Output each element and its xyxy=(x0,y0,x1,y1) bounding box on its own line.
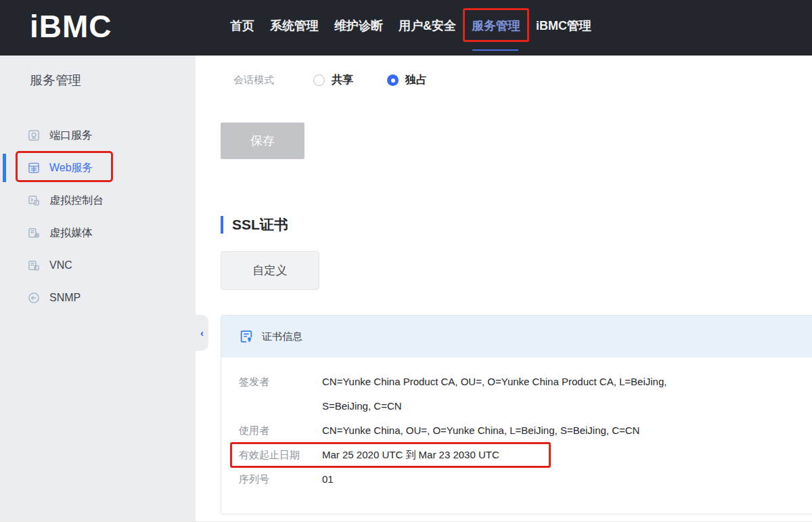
vnc-icon xyxy=(27,259,41,272)
certificate-info-panel: 证书信息 签发者 CN=Yunke China Product CA, OU=,… xyxy=(221,315,812,515)
cert-row-value: Mar 25 2020 UTC 到 Mar 23 2030 UTC xyxy=(322,443,499,467)
ibmc-logo: iBMC xyxy=(30,8,112,45)
session-mode-row: 会话模式 共享 独占 xyxy=(233,73,461,87)
radio-option-label: 独占 xyxy=(405,73,427,87)
session-mode-label: 会话模式 xyxy=(233,74,313,87)
nav-item-label: 服务管理 xyxy=(472,19,520,32)
certificate-panel-body: 签发者 CN=Yunke China Product CA, OU=, O=Yu… xyxy=(221,357,812,492)
sidebar-item-vnc[interactable]: VNC xyxy=(0,249,196,282)
top-bar: iBMC 首页 系统管理 维护诊断 用户&安全 服务管理 iBMC管理 xyxy=(0,0,812,56)
radio-unchecked-icon[interactable] xyxy=(313,74,325,86)
web-service-icon xyxy=(27,161,41,175)
cert-row-subject: 使用者 CN=Yunke China, OU=, O=Yunke China, … xyxy=(239,418,812,443)
cert-row-label: 使用者 xyxy=(239,418,322,443)
sidebar-item-label: 虚拟控制台 xyxy=(49,194,104,208)
radio-checked-icon[interactable] xyxy=(387,74,399,86)
main-content: 会话模式 共享 独占 保存 SSL证书 自定义 xyxy=(221,56,812,522)
sidebar-collapse-toggle[interactable]: ‹ xyxy=(196,315,208,351)
custom-certificate-button[interactable]: 自定义 xyxy=(221,251,319,290)
nav-item-user-security[interactable]: 用户&安全 xyxy=(399,18,456,34)
active-item-indicator xyxy=(3,154,6,182)
sidebar-item-label: SNMP xyxy=(49,292,81,304)
cert-row-serial-number: 序列号 01 xyxy=(239,467,812,492)
sidebar-item-label: 虚拟媒体 xyxy=(49,226,93,240)
ssl-section-header: SSL证书 xyxy=(221,215,288,234)
certificate-panel-title: 证书信息 xyxy=(262,330,302,343)
nav-item-system-management[interactable]: 系统管理 xyxy=(270,18,319,34)
radio-option-shared[interactable]: 共享 xyxy=(313,73,353,87)
ssl-section-title: SSL证书 xyxy=(232,215,288,234)
ibmc-web-ui: iBMC 首页 系统管理 维护诊断 用户&安全 服务管理 iBMC管理 服务管理 xyxy=(0,0,812,522)
sidebar-item-virtual-console[interactable]: 虚拟控制台 xyxy=(0,184,196,217)
certificate-icon xyxy=(239,329,254,344)
chevron-left-icon: ‹ xyxy=(200,328,204,338)
sidebar-item-label: 端口服务 xyxy=(49,129,93,143)
cert-row-label: 有效起止日期 xyxy=(239,443,322,467)
sidebar-item-web-service[interactable]: Web服务 xyxy=(0,152,196,184)
cert-row-label: 签发者 xyxy=(239,370,322,394)
nav-item-home[interactable]: 首页 xyxy=(230,18,254,34)
cert-row-value: CN=Yunke China, OU=, O=Yunke China, L=Be… xyxy=(322,418,639,443)
active-tab-underline xyxy=(472,49,518,51)
snmp-icon xyxy=(27,291,41,305)
nav-item-service-management[interactable]: 服务管理 xyxy=(472,18,520,34)
cert-row-validity: 有效起止日期 Mar 25 2020 UTC 到 Mar 23 2030 UTC xyxy=(239,443,812,467)
sidebar-item-label: VNC xyxy=(49,259,72,271)
section-accent-bar xyxy=(221,216,223,234)
radio-option-exclusive[interactable]: 独占 xyxy=(387,73,427,87)
cert-row-label: 序列号 xyxy=(239,467,322,492)
certificate-panel-header: 证书信息 xyxy=(221,316,812,357)
radio-option-label: 共享 xyxy=(332,73,353,87)
nav-item-maintenance-diagnosis[interactable]: 维护诊断 xyxy=(334,18,383,34)
cert-row-issuer: 签发者 CN=Yunke China Product CA, OU=, O=Yu… xyxy=(239,370,812,418)
sidebar-item-virtual-media[interactable]: 虚拟媒体 xyxy=(0,217,196,249)
virtual-console-icon xyxy=(27,194,41,207)
sidebar: 服务管理 端口服务 xyxy=(0,56,196,522)
nav-item-ibmc-management[interactable]: iBMC管理 xyxy=(536,18,591,34)
sidebar-item-port-service[interactable]: 端口服务 xyxy=(0,119,196,152)
sidebar-title: 服务管理 xyxy=(30,72,81,89)
sidebar-menu: 端口服务 Web服务 xyxy=(0,119,196,314)
cert-row-value: CN=Yunke China Product CA, OU=, O=Yunke … xyxy=(322,370,704,418)
top-navigation: 首页 系统管理 维护诊断 用户&安全 服务管理 iBMC管理 xyxy=(230,0,591,51)
virtual-media-icon xyxy=(27,226,41,240)
cert-row-value: 01 xyxy=(322,467,334,492)
save-button[interactable]: 保存 xyxy=(221,123,304,159)
port-service-icon xyxy=(27,129,41,142)
sidebar-item-label: Web服务 xyxy=(49,161,93,175)
sidebar-item-snmp[interactable]: SNMP xyxy=(0,282,196,314)
